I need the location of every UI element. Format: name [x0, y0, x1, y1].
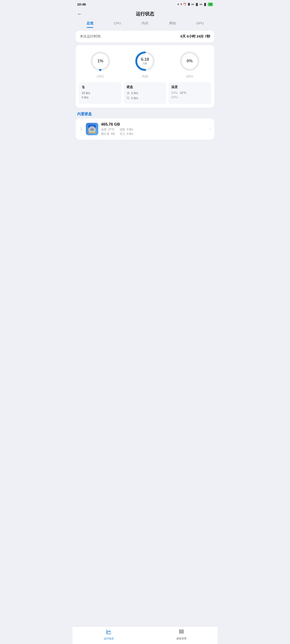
temp-stat-card: 温度 CPU 32℃ GPU -	[168, 82, 211, 104]
gpu-temp-value: -	[180, 96, 181, 99]
tab-overview[interactable]: 总览	[76, 19, 104, 28]
cpu-gauge: 1% CPU	[89, 50, 112, 79]
bluetooth-icon: ✲	[180, 3, 182, 6]
disk-read-val: 0 B/s	[127, 128, 133, 131]
disk-read-row: 读 0 B/s	[127, 91, 164, 95]
signal2-bars-icon: ▐▌	[203, 3, 207, 6]
network-download-value: 0 B/s	[82, 96, 89, 99]
network-stat-card: ⇅ 45 B/s 0 B/s	[79, 82, 122, 104]
tab-bar: 总览 CPU 内存 网络 GPU	[73, 19, 217, 28]
memory-gauge-label: 内存	[142, 74, 148, 79]
disk-index: 1	[79, 127, 83, 131]
disk-row: 1 fnOS 465.76 GB	[79, 122, 211, 136]
gauges-card: 1% CPU 6.18 GB 内存	[76, 45, 214, 108]
page-title: 运行状态	[136, 11, 154, 17]
svg-point-10	[91, 129, 93, 130]
disk-busy-item: 繁忙度 0%	[101, 132, 115, 136]
disk-temp-key: 温度	[101, 128, 107, 131]
disk-card[interactable]: 1 fnOS 465.76 GB	[76, 118, 214, 140]
network-stat-title: ⇅	[82, 85, 119, 90]
network-upload-value: 45 B/s	[82, 91, 90, 95]
disk-busy-value: 0%	[111, 132, 115, 136]
disk-write-label: 写	[127, 96, 130, 100]
status-time: 10:46	[77, 2, 86, 6]
disk-write-key: 写入	[120, 132, 125, 136]
cpu-temp-value: 32℃	[180, 91, 186, 94]
disk-detail-left: 温度 27℃ 繁忙度 0%	[101, 128, 115, 136]
chevron-right-icon: ›	[209, 127, 211, 131]
runtime-label: 本次运行时间	[80, 34, 101, 39]
network-upload-row: 45 B/s	[82, 91, 119, 95]
tab-network[interactable]: 网络	[159, 19, 186, 28]
signal-bars-icon: ▐▌	[195, 3, 199, 6]
disk-icon: fnOS	[86, 123, 98, 135]
memory-gauge-unit: GB	[141, 62, 149, 65]
disk-write-row: 写 0 B/s	[127, 96, 164, 100]
cpu-gauge-value: 1%	[97, 59, 103, 64]
disk-read-item: 读取 0 B/s	[120, 128, 133, 132]
battery-icon: 78	[208, 2, 213, 6]
cpu-temp-row: CPU 32℃	[171, 91, 208, 94]
tab-cpu[interactable]: CPU	[104, 19, 131, 28]
disk-busy-key: 繁忙度	[101, 132, 109, 136]
disk-size: 465.76 GB	[101, 122, 207, 127]
cpu-gauge-circle: 1%	[89, 50, 112, 73]
disk-temp-item: 温度 27℃	[101, 128, 115, 132]
status-bar: 10:46 ⊕ ✲ ⏰ 📳 5G ▐▌ 5G ▐▌ 78	[73, 0, 217, 8]
disk-stat-title: 硬盘	[127, 85, 164, 89]
section-title-disk: 内置硬盘	[73, 110, 217, 118]
cpu-temp-label: CPU	[171, 91, 177, 94]
disk-details: 温度 27℃ 繁忙度 0% 读取 0 B/s 写入 0 B/s	[101, 128, 207, 136]
signal2-5g-icon: 5G	[200, 3, 202, 6]
disk-write-val: 0 B/s	[127, 132, 133, 136]
svg-rect-11	[88, 132, 96, 133]
disk-temp-value: 27℃	[108, 128, 114, 131]
gpu-gauge-value: 0%	[187, 59, 193, 64]
disk-write-value: 0 B/s	[131, 96, 138, 100]
status-icons: ⊕ ✲ ⏰ 📳 5G ▐▌ 5G ▐▌ 78	[177, 2, 213, 6]
runtime-card: 本次运行时间 0天 0小时 24分 7秒	[76, 30, 214, 42]
back-button[interactable]: ←	[77, 11, 82, 17]
disk-write-item: 写入 0 B/s	[120, 132, 133, 136]
tab-gpu[interactable]: GPU	[186, 19, 214, 28]
vibrate-icon: 📳	[187, 3, 191, 6]
location-icon: ⊕	[177, 3, 179, 6]
disk-info: 465.76 GB 温度 27℃ 繁忙度 0% 读取 0 B/s	[101, 122, 207, 136]
page-header: ← 运行状态	[73, 8, 217, 19]
disk-detail-right: 读取 0 B/s 写入 0 B/s	[120, 128, 133, 136]
runtime-value: 0天 0小时 24分 7秒	[180, 34, 210, 39]
signal-5g-icon: 5G	[191, 3, 194, 6]
svg-rect-12	[88, 133, 96, 134]
network-icon: ⇅	[82, 85, 85, 89]
alarm-icon: ⏰	[183, 3, 186, 6]
cpu-gauge-label: CPU	[97, 74, 104, 78]
temp-stat-title: 温度	[171, 85, 208, 89]
network-download-row: 0 B/s	[82, 96, 119, 99]
sub-stats-row: ⇅ 45 B/s 0 B/s 硬盘 读 0 B/s 写 0 B/s 温度	[78, 82, 212, 104]
gauges-row: 1% CPU 6.18 GB 内存	[78, 50, 212, 79]
gpu-temp-label: GPU	[171, 96, 178, 99]
disk-read-label: 读	[127, 91, 130, 95]
gpu-gauge-circle: 0%	[178, 50, 201, 73]
memory-gauge: 6.18 GB 内存	[134, 50, 156, 79]
memory-gauge-circle: 6.18 GB	[134, 50, 156, 73]
gpu-gauge-label: GPU	[186, 74, 193, 78]
gpu-temp-row: GPU -	[171, 96, 208, 99]
gpu-gauge: 0% GPU	[178, 50, 201, 79]
memory-gauge-value: 6.18	[141, 57, 149, 62]
disk-read-key: 读取	[120, 128, 125, 131]
tab-memory[interactable]: 内存	[131, 19, 159, 28]
disk-read-value: 0 B/s	[131, 91, 138, 95]
disk-stat-card: 硬盘 读 0 B/s 写 0 B/s	[124, 82, 166, 104]
